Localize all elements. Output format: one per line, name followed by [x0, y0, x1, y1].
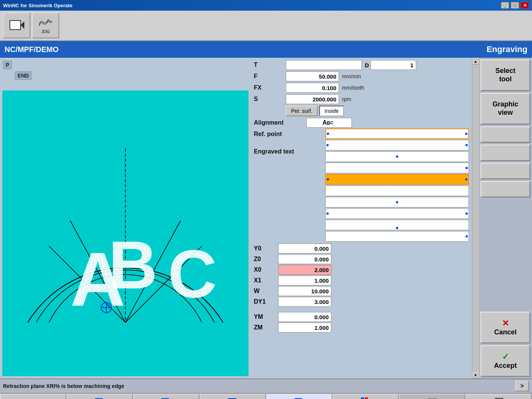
dot-center-7 — [396, 201, 398, 203]
edit-button[interactable]: ✏ Edit — [0, 394, 66, 399]
s-unit: rpm — [342, 96, 351, 102]
simulation-button[interactable]: Simu-lation — [399, 394, 466, 399]
alignment-label: Alignment — [254, 119, 303, 126]
alignment-row: Alignment A B C — [254, 117, 469, 128]
ym-label: YM — [254, 314, 277, 320]
program-labels: P END — [2, 59, 249, 90]
left-panel: P END — [0, 58, 251, 378]
side-empty-2 — [480, 144, 530, 161]
zm-label: ZM — [254, 324, 277, 331]
dot-bottom-9 — [396, 227, 398, 229]
execute-button[interactable]: Ex-ecute — [466, 394, 532, 399]
cancel-icon: ✕ — [502, 318, 509, 328]
preview-item-3[interactable] — [325, 151, 469, 162]
maximize-button[interactable]: □ — [511, 2, 519, 9]
align-b: B — [327, 120, 330, 126]
x1-value[interactable]: 1.000 — [278, 276, 331, 285]
drill-button[interactable]: Drill. — [66, 394, 133, 399]
mill-icon — [294, 397, 305, 399]
side-empty-1 — [480, 126, 530, 143]
dot-center-3 — [396, 155, 398, 158]
dot-right-2 — [466, 144, 468, 146]
scrollbar[interactable]: ▲ ▼ — [472, 58, 479, 378]
execute-icon — [493, 397, 505, 399]
ym-value[interactable]: 0.000 — [278, 312, 331, 322]
preview-item-6[interactable] — [325, 185, 469, 196]
various-button[interactable]: Vari-ous — [332, 394, 399, 399]
status-message: Retraction plane XRI% is below machining… — [3, 383, 515, 389]
svg-marker-1 — [21, 21, 24, 29]
graphic-view-label: Graphicview — [492, 100, 518, 117]
d-label: D — [365, 62, 369, 68]
x0-row: X0 2.000 — [254, 264, 469, 275]
scroll-up[interactable]: ▲ — [472, 58, 479, 65]
top-toolbar: JOG — [0, 11, 532, 41]
simulation-icon — [427, 397, 438, 399]
cancel-label: Cancel — [494, 328, 516, 337]
zm-row: ZM 1.000 — [254, 322, 469, 333]
dot-right-1 — [465, 133, 467, 135]
preview-item-9[interactable] — [325, 220, 469, 230]
inside-button[interactable]: Inside — [319, 106, 344, 116]
window-controls: _ □ ✕ — [501, 2, 529, 9]
dot-left-8 — [326, 212, 329, 215]
t-value[interactable] — [286, 60, 362, 70]
content-area: P END — [0, 58, 532, 378]
x0-value[interactable]: 2.000 — [278, 265, 331, 275]
back-button[interactable] — [3, 13, 30, 38]
cancel-button[interactable]: ✕ Cancel — [480, 312, 530, 344]
select-tool-button[interactable]: Selecttool — [480, 59, 530, 91]
p-label: P — [3, 61, 12, 69]
dot-left-2 — [326, 144, 329, 146]
cont-turn-button[interactable]: Cont. turn. — [200, 394, 266, 399]
side-buttons: Selecttool Graphicview ✕ Cancel ✓ Accept — [479, 58, 532, 378]
graphic-view-button[interactable]: Graphicview — [480, 93, 530, 125]
preview-item-4[interactable] — [325, 163, 469, 173]
z0-value[interactable]: 0.000 — [278, 254, 331, 264]
dot-right-10 — [466, 235, 468, 238]
titlebar: WinNC for Sinumerik Operate _ □ ✕ — [0, 0, 532, 11]
preview-item-2[interactable] — [325, 140, 469, 150]
side-empty-4 — [480, 181, 530, 198]
close-button[interactable]: ✕ — [521, 2, 529, 9]
preview-item-7[interactable] — [325, 197, 469, 207]
z0-label: Z0 — [254, 256, 277, 263]
status-bar: Retraction plane XRI% is below machining… — [0, 378, 532, 393]
ref-engraved-section: Ref. point Engraved text — [254, 128, 469, 242]
preview-item-1[interactable] — [325, 128, 469, 139]
d-value[interactable]: 1 — [370, 60, 416, 70]
zm-value[interactable]: 1.000 — [278, 323, 331, 332]
s-field-row: S 2000.000 rpm — [254, 93, 469, 105]
fx-field-row: FX 0.100 mm/tooth — [254, 82, 469, 93]
s-value[interactable]: 2000.000 — [286, 94, 339, 104]
turning-button[interactable]: Turning — [133, 394, 200, 399]
scroll-down[interactable]: ▼ — [472, 372, 479, 378]
side-empty-3 — [480, 163, 530, 179]
minimize-button[interactable]: _ — [501, 2, 509, 9]
accept-button[interactable]: ✓ Accept — [480, 345, 530, 377]
program-path: NC/MPF/DEMO — [5, 45, 486, 54]
cont-turn-icon — [227, 397, 239, 399]
dy1-value[interactable]: 3.000 — [278, 297, 331, 307]
w-value[interactable]: 10.000 — [278, 286, 331, 296]
x1-label: X1 — [254, 277, 277, 284]
f-value[interactable]: 50.000 — [286, 71, 339, 81]
y0-value[interactable]: 0.000 — [278, 244, 331, 253]
alignment-value[interactable]: A B C — [306, 118, 352, 128]
svg-rect-26 — [495, 398, 503, 399]
preview-item-5[interactable] — [325, 174, 469, 185]
fx-value[interactable]: 0.100 — [286, 83, 339, 93]
section-labels: Ref. point Engraved text — [254, 128, 322, 242]
fx-unit: mm/tooth — [342, 85, 364, 91]
status-arrow-button[interactable]: > — [515, 381, 529, 391]
dy1-row: DY1 3.000 — [254, 296, 469, 307]
per-surf-button[interactable]: Per. surf. — [286, 106, 318, 116]
mill-button[interactable]: Mill. — [266, 394, 332, 399]
preview-item-8[interactable] — [325, 208, 469, 219]
preview-item-10[interactable] — [325, 231, 469, 242]
svg-text:C: C — [168, 236, 217, 312]
svg-text:B: B — [108, 227, 157, 303]
s-label: S — [254, 96, 284, 103]
jog-button[interactable]: JOG — [32, 13, 59, 38]
z0-row: Z0 0.000 — [254, 254, 469, 264]
